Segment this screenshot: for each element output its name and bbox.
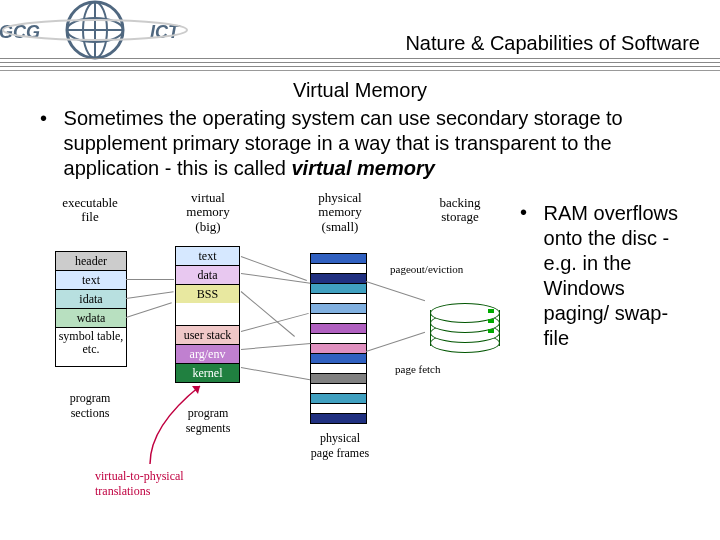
vmem-row: BSS	[175, 284, 240, 304]
executable-file-column: header text idata wdata symbol table, et…	[55, 251, 127, 367]
vmem-row: user stack	[175, 325, 240, 345]
logo: GCG ICT	[0, 0, 190, 60]
side-bullet: • RAM overflows onto the disc - e.g. in …	[520, 191, 690, 501]
exe-row: wdata	[56, 309, 126, 328]
vmem-row: arg/env	[175, 344, 240, 364]
label-executable-file: executablefile	[50, 196, 130, 225]
backing-storage-icon	[430, 301, 500, 356]
label-physical-page-frames: physicalpage frames	[300, 431, 380, 461]
header-title: Nature & Capabilities of Software	[405, 32, 700, 55]
virtual-memory-column: text data BSS user stack arg/env kernel	[175, 246, 240, 382]
v2p-arrow	[140, 376, 260, 471]
vmem-row: data	[175, 265, 240, 285]
physical-memory-column	[310, 253, 367, 424]
svg-marker-8	[192, 386, 200, 394]
label-v2p: virtual-to-physicaltranslations	[95, 469, 184, 499]
label-backing-storage: backingstorage	[420, 196, 500, 225]
vmem-row: text	[175, 246, 240, 266]
label-pageout: pageout/eviction	[390, 263, 463, 275]
vmem-gap	[175, 303, 240, 325]
slide-header: GCG ICT Nature & Capabilities of Softwar…	[0, 0, 720, 71]
label-virtual-memory: virtualmemory(big)	[168, 191, 248, 234]
exe-row: symbol table, etc.	[56, 328, 126, 366]
section-title: Virtual Memory	[0, 79, 720, 102]
side-bullet-text: RAM overflows onto the disc - e.g. in th…	[544, 201, 684, 351]
vm-diagram: executablefile virtualmemory(big) physic…	[0, 191, 520, 501]
exe-row: idata	[56, 290, 126, 309]
exe-row: text	[56, 271, 126, 290]
label-physical-memory: physicalmemory(small)	[300, 191, 380, 234]
label-pagefetch: page fetch	[395, 363, 441, 375]
label-program-sections: programsections	[50, 391, 130, 421]
main-bullet: • Sometimes the operating system can use…	[40, 106, 690, 181]
exe-row: header	[56, 252, 126, 271]
main-bullet-emph: virtual memory	[291, 157, 434, 179]
